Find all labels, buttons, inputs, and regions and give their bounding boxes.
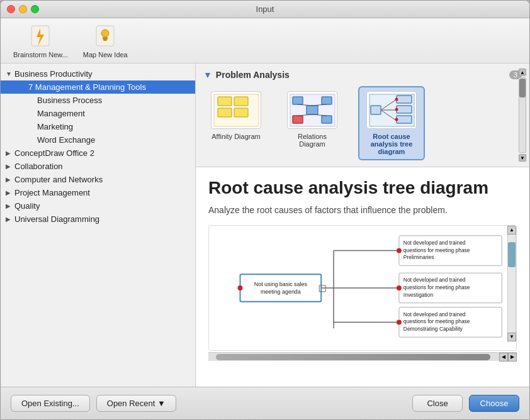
sidebar-item-quality[interactable]: ▶ Quality: [1, 199, 195, 213]
sidebar: ▼ Business Productivity 7 Management & P…: [1, 64, 196, 387]
bottom-left-buttons: Open Existing... Open Recent ▼: [11, 395, 176, 412]
sidebar-label: Universal Diagramming: [14, 214, 99, 224]
svg-rect-15: [293, 116, 303, 123]
template-thumb-relations[interactable]: Relations Diagram: [279, 86, 346, 153]
diagram-scroll-track: [507, 235, 516, 333]
svg-text:questions for meeting phase: questions for meeting phase: [403, 318, 470, 324]
bottom-bar: Open Existing... Open Recent ▼ Close Cho…: [1, 387, 529, 419]
arrow-icon: ▶: [6, 202, 14, 209]
sidebar-tree[interactable]: ▼ Business Productivity 7 Management & P…: [1, 64, 195, 387]
content-panel: ▼ Problem Analysis 3: [196, 64, 529, 387]
sidebar-item-conceptdraw-office[interactable]: ▶ ConceptDraw Office 2: [1, 146, 195, 160]
svg-text:meeting agenda: meeting agenda: [261, 289, 301, 295]
brainstorm-button[interactable]: Brainstorm New...: [7, 19, 74, 62]
close-window-button[interactable]: [7, 5, 15, 13]
diagram-scroll-up[interactable]: ▲: [507, 226, 516, 235]
close-button[interactable]: Close: [412, 395, 463, 412]
affinity-diagram-preview: [211, 91, 261, 129]
templates-row: Affinity Diagram: [203, 86, 522, 160]
svg-rect-27: [397, 106, 412, 113]
sidebar-item-word-exchange[interactable]: Word Exchange: [1, 133, 195, 146]
sidebar-item-collaboration[interactable]: ▶ Collaboration: [1, 160, 195, 173]
svg-text:questions for meeting phase: questions for meeting phase: [403, 246, 470, 253]
sidebar-label: Computer and Networks: [14, 175, 103, 184]
sidebar-item-business-productivity[interactable]: ▼ Business Productivity: [1, 67, 195, 80]
arrow-icon: ▶: [6, 150, 14, 157]
scroll-track: [519, 77, 526, 153]
svg-text:Not using basic sales: Not using basic sales: [254, 281, 308, 287]
svg-rect-28: [397, 116, 412, 123]
diagram-svg: Not using basic sales meeting agenda Not…: [209, 226, 516, 350]
sidebar-item-management-tools[interactable]: 7 Management & Planning Tools: [1, 80, 195, 94]
diagram-vscroll[interactable]: ▲ ▼: [507, 226, 516, 341]
main-area: ▼ Business Productivity 7 Management & P…: [1, 64, 529, 387]
svg-point-48: [397, 248, 402, 253]
arrow-icon: ▼: [6, 70, 14, 77]
sidebar-item-project-management[interactable]: ▶ Project Management: [1, 186, 195, 199]
sidebar-item-computer-networks[interactable]: ▶ Computer and Networks: [1, 173, 195, 186]
window-title: Input: [256, 4, 274, 14]
template-section: ▼ Problem Analysis 3: [196, 64, 529, 167]
diagram-scroll-thumb[interactable]: [508, 242, 516, 267]
minimize-window-button[interactable]: [19, 5, 27, 13]
sidebar-item-universal-diagramming[interactable]: ▶ Universal Diagramming: [1, 213, 195, 226]
titlebar: Input: [1, 1, 529, 18]
detail-description: Analyze the root causes of factors that …: [208, 205, 517, 215]
maximize-window-button[interactable]: [31, 5, 39, 13]
relations-label: Relations Diagram: [284, 133, 341, 148]
sidebar-item-marketing[interactable]: Marketing: [1, 120, 195, 133]
sidebar-item-business-process[interactable]: Business Process: [1, 94, 195, 107]
arrow-icon: ▶: [6, 216, 14, 223]
svg-point-3: [101, 30, 109, 37]
sidebar-label: Management: [37, 109, 85, 118]
sidebar-label: Business Process: [37, 96, 102, 105]
svg-rect-29: [371, 106, 381, 114]
scroll-up-button[interactable]: ▲: [519, 69, 526, 76]
open-recent-button[interactable]: Open Recent ▼: [96, 395, 176, 412]
svg-rect-9: [218, 108, 232, 117]
bulb-icon: [93, 23, 118, 48]
map-new-idea-label: Map New Idea: [83, 51, 128, 58]
map-new-idea-button[interactable]: Map New Idea: [77, 19, 134, 62]
open-existing-button[interactable]: Open Existing...: [11, 395, 90, 412]
template-thumb-affinity[interactable]: Affinity Diagram: [206, 86, 266, 145]
template-thumb-root-cause[interactable]: Root cause analysis tree diagram: [358, 86, 425, 160]
arrow-icon: ▶: [6, 189, 14, 196]
svg-rect-8: [234, 97, 248, 106]
detail-title: Root cause analysis tree diagram: [208, 177, 517, 199]
svg-point-31: [395, 108, 398, 111]
choose-button[interactable]: Choose: [469, 395, 519, 412]
sidebar-label: Project Management: [14, 188, 90, 197]
bottom-right-buttons: Close Choose: [412, 395, 519, 412]
svg-text:Not developed and trained: Not developed and trained: [403, 311, 466, 317]
scroll-down-button[interactable]: ▼: [519, 154, 526, 162]
sidebar-label: 7 Management & Planning Tools: [28, 82, 146, 92]
svg-rect-13: [293, 97, 303, 104]
svg-rect-5: [103, 40, 107, 41]
hscroll-left[interactable]: ◀: [499, 353, 508, 362]
sidebar-label: Collaboration: [14, 162, 63, 171]
sidebar-item-management[interactable]: Management: [1, 107, 195, 120]
svg-text:Not developed and trained: Not developed and trained: [403, 277, 466, 283]
diagram-hscroll[interactable]: ▶ ◀: [208, 352, 517, 361]
svg-rect-16: [322, 116, 332, 123]
window-controls: [7, 5, 39, 13]
svg-point-53: [397, 285, 402, 290]
svg-rect-4: [103, 37, 108, 40]
svg-text:questions for meeting phase: questions for meeting phase: [403, 284, 470, 290]
scroll-thumb[interactable]: [519, 79, 526, 97]
svg-rect-26: [397, 96, 412, 103]
sidebar-label: Quality: [14, 201, 40, 211]
svg-point-58: [397, 319, 402, 324]
toolbar: Brainstorm New... Map New Idea: [1, 18, 529, 64]
relations-diagram-preview: [287, 91, 337, 129]
svg-rect-10: [234, 108, 248, 117]
hscroll-right[interactable]: ▶: [508, 353, 517, 362]
lightning-icon: [28, 23, 53, 48]
sidebar-label: Word Exchange: [37, 135, 95, 145]
diagram-scroll-down[interactable]: ▼: [507, 333, 516, 341]
template-scroll-arrows[interactable]: ▲ ▼: [518, 69, 527, 162]
diagram-hscroll-thumb[interactable]: [216, 354, 490, 360]
arrow-icon: ▶: [6, 163, 14, 170]
svg-point-30: [395, 97, 398, 101]
